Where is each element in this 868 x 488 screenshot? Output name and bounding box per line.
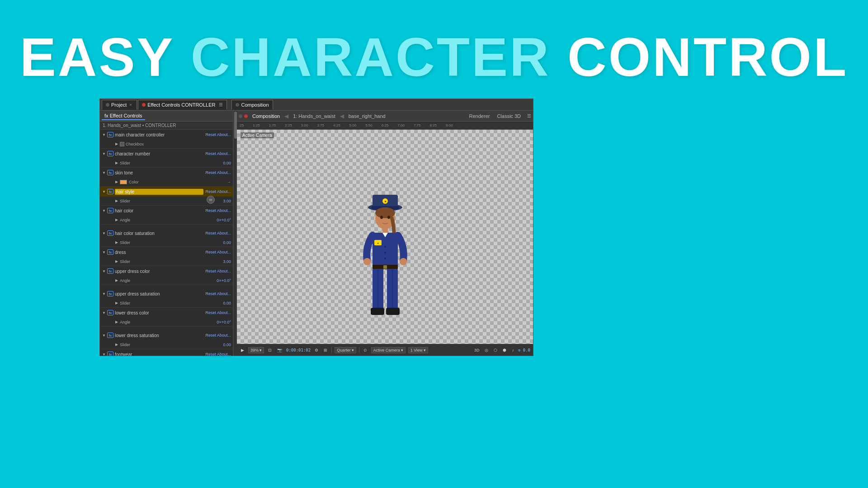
vertical-scrollbar[interactable] xyxy=(233,111,237,356)
active-camera-label: Active Camera xyxy=(241,132,274,138)
effects-list[interactable]: ▼ fx main character controller Reset Abo… xyxy=(100,130,233,356)
toolbar-sep-2 xyxy=(359,347,359,353)
effect-row-hair-color[interactable]: ▼ fx hair color Reset About... xyxy=(100,206,233,216)
effect-row-dress[interactable]: ▼ fx dress Reset About... xyxy=(100,247,233,257)
reset-footwear[interactable]: Reset xyxy=(205,352,216,356)
about-upper-sat[interactable]: About... xyxy=(217,291,231,296)
quality-dropdown[interactable]: Quarter▾ xyxy=(335,347,356,353)
about-hair-style[interactable]: About... xyxy=(217,189,231,194)
tab-effect-controls-label: Effect Controls CONTROLLER xyxy=(147,102,215,108)
expand-lower-color[interactable]: ▼ xyxy=(102,310,106,315)
expand-char-num-slider[interactable]: ▶ xyxy=(114,161,119,165)
reset-skin[interactable]: Reset xyxy=(205,170,216,175)
comp-toggle-btn[interactable]: ⊙ xyxy=(362,347,368,353)
camera-btn[interactable]: 📷 xyxy=(276,347,283,353)
about-char-num[interactable]: About... xyxy=(217,151,231,156)
fit-btn[interactable]: ⊡ xyxy=(267,347,273,353)
expand-main[interactable]: ▼ xyxy=(102,132,106,137)
expand-upper-angle[interactable]: ▶ xyxy=(114,278,119,283)
about-lower-color[interactable]: About... xyxy=(217,310,231,315)
scroll-thumb[interactable] xyxy=(234,112,237,139)
expand-footwear[interactable]: ▼ xyxy=(102,352,106,356)
skin-color-swatch[interactable] xyxy=(120,180,127,184)
effect-group-char-num: ▼ fx character number Reset About... ▶ S… xyxy=(100,149,233,168)
tab-effect-controls[interactable]: Effect Controls CONTROLLER ☰ xyxy=(138,100,227,110)
expand-hair-color-angle[interactable]: ▶ xyxy=(114,218,119,222)
reset-main[interactable]: Reset xyxy=(205,132,216,137)
reset-lower-color[interactable]: Reset xyxy=(205,310,216,315)
effect-row-lower-sat[interactable]: ▼ fx lower dress saturation Reset About.… xyxy=(100,330,233,340)
expand-skin-color[interactable]: ▶ xyxy=(114,180,119,184)
effect-row-hair-style[interactable]: ▼ fx hair style Reset About... xyxy=(100,187,233,197)
ruler-mark-8: 5:00 xyxy=(349,123,357,127)
effect-group-main: ▼ fx main character controller Reset Abo… xyxy=(100,130,233,149)
comp-tab-composition[interactable]: Composition xyxy=(250,113,283,120)
effect-row-main-controller[interactable]: ▼ fx main character controller Reset Abo… xyxy=(100,130,233,140)
expand-dress-slider[interactable]: ▶ xyxy=(114,259,119,264)
expand-char-num[interactable]: ▼ xyxy=(102,151,106,156)
expand-hair-style[interactable]: ▼ xyxy=(102,189,106,194)
reset-upper-color[interactable]: Reset xyxy=(205,269,216,273)
grid-btn[interactable]: ⊞ xyxy=(322,347,329,353)
expand-checkbox[interactable]: ▶ xyxy=(114,142,119,146)
draft-btn[interactable]: ⬡ xyxy=(492,347,499,353)
effect-row-upper-sat[interactable]: ▼ fx upper dress saturation Reset About.… xyxy=(100,289,233,299)
reset-dress[interactable]: Reset xyxy=(205,250,216,254)
expand-hair-sat-slider[interactable]: ▶ xyxy=(114,240,119,245)
effect-row-skin-tone[interactable]: ▼ fx skin tone Reset About... xyxy=(100,168,233,178)
expand-upper-sat[interactable]: ▼ xyxy=(102,291,106,296)
checkbox-icon[interactable] xyxy=(120,142,124,146)
fx-badge-upper-color: fx xyxy=(107,268,113,274)
effect-row-char-number[interactable]: ▼ fx character number Reset About... xyxy=(100,149,233,159)
effect-row-upper-color[interactable]: ▼ fx upper dress color Reset About... xyxy=(100,266,233,276)
about-main[interactable]: About... xyxy=(217,132,231,137)
tab-composition[interactable]: Composition xyxy=(231,100,273,110)
tab-project[interactable]: Project × xyxy=(102,100,137,110)
comp-menu-icon[interactable]: ☰ xyxy=(527,113,531,118)
expand-hair-sat[interactable]: ▼ xyxy=(102,231,106,235)
fx-badge-upper-sat: fx xyxy=(107,291,113,296)
tab-close-project[interactable]: × xyxy=(128,103,133,107)
reset-hair-color[interactable]: Reset xyxy=(205,208,216,213)
view-count-dropdown[interactable]: 1 View▾ xyxy=(408,347,428,353)
about-footwear[interactable]: About... xyxy=(217,352,231,356)
fx-badge-char-num: fx xyxy=(107,151,113,156)
reset-hair-sat[interactable]: Reset xyxy=(205,231,216,235)
comp-tab-hands[interactable]: 1: Hands_on_waist xyxy=(290,113,338,120)
effect-row-hair-sat[interactable]: ▼ fx hair color saturation Reset About..… xyxy=(100,228,233,238)
comp-tab-right-hand[interactable]: base_right_hand xyxy=(346,113,388,120)
expand-lower-sat[interactable]: ▼ xyxy=(102,333,106,338)
panel-tab-active[interactable]: fx Effect Controls xyxy=(102,112,145,120)
about-lower-sat[interactable]: About... xyxy=(217,333,231,338)
reset-lower-sat[interactable]: Reset xyxy=(205,333,216,338)
settings-btn[interactable]: ⚙ xyxy=(313,347,320,353)
play-btn[interactable]: ▶ xyxy=(240,347,245,353)
about-dress[interactable]: About... xyxy=(217,250,231,254)
right-panel: Composition ◀ 1: Hands_on_waist ◀ base_r… xyxy=(237,111,533,356)
reset-upper-sat[interactable]: Reset xyxy=(205,291,216,296)
expand-dress[interactable]: ▼ xyxy=(102,250,106,254)
view-count-value: 1 View xyxy=(410,348,423,352)
expand-upper-sat-slider[interactable]: ▶ xyxy=(114,301,119,305)
expand-lower-angle[interactable]: ▶ xyxy=(114,320,119,324)
about-hair-color[interactable]: About... xyxy=(217,208,231,213)
effect-row-lower-color[interactable]: ▼ fx lower dress color Reset About... xyxy=(100,308,233,318)
motion-blur-btn[interactable]: ◎ xyxy=(483,347,490,353)
effect-row-footwear[interactable]: ▼ fx footwear Reset About... xyxy=(100,349,233,356)
expand-skin[interactable]: ▼ xyxy=(102,170,106,175)
zoom-dropdown[interactable]: 39%▾ xyxy=(248,347,264,353)
sound-btn[interactable]: ♪ xyxy=(510,347,515,353)
expand-lower-sat-slider[interactable]: ▶ xyxy=(114,343,119,347)
camera-dropdown[interactable]: Active Camera▾ xyxy=(371,347,406,353)
about-upper-color[interactable]: About... xyxy=(217,269,231,273)
expand-hair-color[interactable]: ▼ xyxy=(102,208,106,213)
about-skin[interactable]: About... xyxy=(217,170,231,175)
expand-hair-style-slider[interactable]: ▶ xyxy=(114,199,119,203)
expand-upper-color[interactable]: ▼ xyxy=(102,269,106,273)
chain-popup: ∞ xyxy=(207,196,215,204)
3d-btn[interactable]: 3D xyxy=(473,347,481,353)
reset-char-num[interactable]: Reset xyxy=(205,151,216,156)
about-hair-sat[interactable]: About... xyxy=(217,231,231,235)
reset-hair-style[interactable]: Reset xyxy=(205,189,216,194)
render-quality-btn[interactable]: ⬢ xyxy=(501,347,508,353)
